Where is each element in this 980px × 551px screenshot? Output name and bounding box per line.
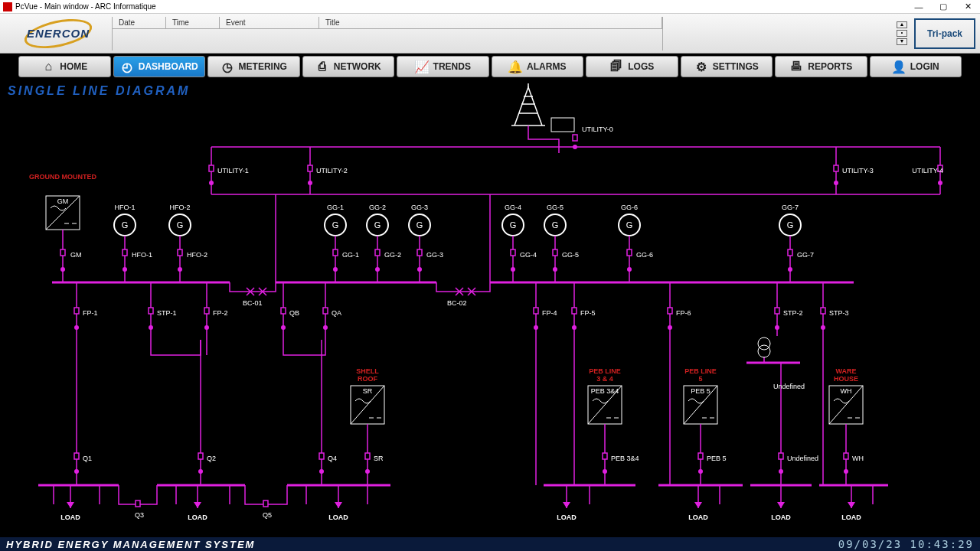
svg-text:G: G <box>374 220 381 230</box>
svg-text:PEB 3&4: PEB 3&4 <box>611 455 639 462</box>
svg-text:GG-1: GG-1 <box>327 204 344 211</box>
svg-rect-62 <box>417 249 422 256</box>
svg-point-117 <box>323 325 328 330</box>
nav-alarms[interactable]: 🔔ALARMS <box>492 56 584 77</box>
svg-text:G: G <box>122 220 129 230</box>
svg-rect-34 <box>122 249 127 256</box>
minimize-button[interactable]: — <box>906 0 931 14</box>
svg-text:HFO-1: HFO-1 <box>132 251 152 259</box>
gen-gg4[interactable]: G <box>502 214 524 236</box>
settings-icon: ⚙ <box>694 60 708 73</box>
gen-gg3[interactable]: G <box>409 214 430 236</box>
nav-bar: ⌂HOME ◴DASHBOARD ◷METERING ⎙NETWORK 📈TRE… <box>0 54 980 80</box>
nav-dashboard[interactable]: ◴DASHBOARD <box>113 56 206 77</box>
nav-login[interactable]: 👤LOGIN <box>870 56 962 77</box>
svg-text:FP-4: FP-4 <box>542 309 557 317</box>
svg-text:G: G <box>332 220 339 230</box>
svg-point-92 <box>788 267 792 272</box>
spinner-up[interactable]: ▲ <box>897 21 907 28</box>
inverter-gm[interactable]: GM <box>46 196 80 230</box>
svg-text:GG-3: GG-3 <box>411 204 428 211</box>
svg-text:G: G <box>177 220 184 230</box>
svg-text:G: G <box>552 220 559 230</box>
footer: HYBRID ENERGY MANAGEMENT SYSTEM 09/03/23… <box>0 537 980 551</box>
svg-text:FP-6: FP-6 <box>676 309 691 317</box>
clock: 09/03/23 10:43:29 <box>838 538 974 550</box>
svg-rect-41 <box>178 249 182 256</box>
header-strip: ENERCON Date Time Event Title ▲ • ▼ Tri-… <box>0 14 980 54</box>
gen-gg2[interactable]: G <box>367 214 388 236</box>
svg-text:Undefined: Undefined <box>787 455 818 462</box>
trends-icon: 📈 <box>415 60 429 73</box>
nav-settings[interactable]: ⚙SETTINGS <box>681 56 773 77</box>
svg-text:STP-3: STP-3 <box>829 309 849 317</box>
svg-rect-177 <box>365 453 370 459</box>
svg-text:SR: SR <box>363 387 373 395</box>
login-icon: 👤 <box>892 60 906 73</box>
svg-rect-131 <box>775 308 779 314</box>
svg-text:Undefined: Undefined <box>773 383 805 390</box>
svg-rect-76 <box>553 249 557 256</box>
maximize-button[interactable]: ▢ <box>931 0 956 14</box>
svg-text:SHELL: SHELL <box>356 367 379 375</box>
inverter-sr[interactable]: SR <box>351 386 384 424</box>
svg-point-109 <box>204 325 209 330</box>
svg-text:WH: WH <box>841 387 852 395</box>
spinner-mid[interactable]: • <box>897 30 907 37</box>
svg-point-139 <box>758 337 770 350</box>
svg-text:Q5: Q5 <box>263 511 272 519</box>
svg-rect-1 <box>573 135 577 141</box>
nav-trends[interactable]: 📈TRENDS <box>397 56 489 77</box>
svg-text:ROOF: ROOF <box>358 375 378 383</box>
svg-text:LOAD: LOAD <box>328 514 348 521</box>
svg-text:HOUSE: HOUSE <box>834 375 858 383</box>
svg-point-137 <box>821 325 825 330</box>
svg-text:GG-1: GG-1 <box>342 251 359 259</box>
gen-hfo1[interactable]: G <box>114 214 136 236</box>
spinner-down[interactable]: ▼ <box>897 38 907 45</box>
inverter-peb5[interactable]: PEB 5 <box>684 386 717 424</box>
nav-home[interactable]: ⌂HOME <box>18 56 111 77</box>
svg-rect-127 <box>668 308 672 314</box>
gen-gg7[interactable]: G <box>779 214 801 236</box>
svg-text:WARE: WARE <box>836 367 857 375</box>
nav-network[interactable]: ⎙NETWORK <box>302 56 395 77</box>
svg-text:WH: WH <box>852 455 864 462</box>
enercon-logo: ENERCON <box>5 17 112 51</box>
svg-rect-9 <box>308 165 312 171</box>
nav-logs[interactable]: 🗐LOGS <box>586 56 678 77</box>
gen-gg1[interactable]: G <box>325 214 346 236</box>
svg-text:Q2: Q2 <box>207 455 216 462</box>
nav-reports[interactable]: 🖶REPORTS <box>775 56 867 77</box>
svg-text:GG-2: GG-2 <box>369 204 386 211</box>
app-icon <box>3 2 12 11</box>
svg-rect-227 <box>263 500 268 507</box>
svg-text:GG-5: GG-5 <box>562 251 579 259</box>
svg-rect-99 <box>74 308 79 314</box>
svg-text:LOAD: LOAD <box>188 514 207 521</box>
svg-point-121 <box>534 325 538 330</box>
svg-text:PEB 5: PEB 5 <box>691 387 710 395</box>
close-button[interactable]: ✕ <box>956 0 980 14</box>
inverter-peb34[interactable]: PEB 3&4 <box>588 386 622 424</box>
svg-text:HFO-1: HFO-1 <box>115 204 136 211</box>
col-date: Date <box>113 17 166 28</box>
svg-point-116 <box>281 325 286 330</box>
gen-hfo2[interactable]: G <box>169 214 191 236</box>
svg-point-57 <box>375 267 380 272</box>
svg-text:BC-02: BC-02 <box>447 299 467 307</box>
nav-metering[interactable]: ◷METERING <box>207 56 300 77</box>
svg-rect-225 <box>136 500 140 507</box>
window-title: PcVue - Main window - ARC Informatique <box>15 2 156 11</box>
svg-point-16 <box>209 181 214 185</box>
svg-text:LOAD: LOAD <box>688 514 708 521</box>
col-time: Time <box>166 17 220 28</box>
svg-text:QA: QA <box>332 309 341 317</box>
svg-text:LOAD: LOAD <box>841 514 861 521</box>
title-bar: PcVue - Main window - ARC Informatique —… <box>0 0 980 14</box>
inverter-wh[interactable]: WH <box>829 386 863 424</box>
gen-gg5[interactable]: G <box>544 214 566 236</box>
svg-text:Q1: Q1 <box>83 455 92 462</box>
gen-gg6[interactable]: G <box>619 214 640 236</box>
svg-text:GG-6: GG-6 <box>636 251 653 259</box>
